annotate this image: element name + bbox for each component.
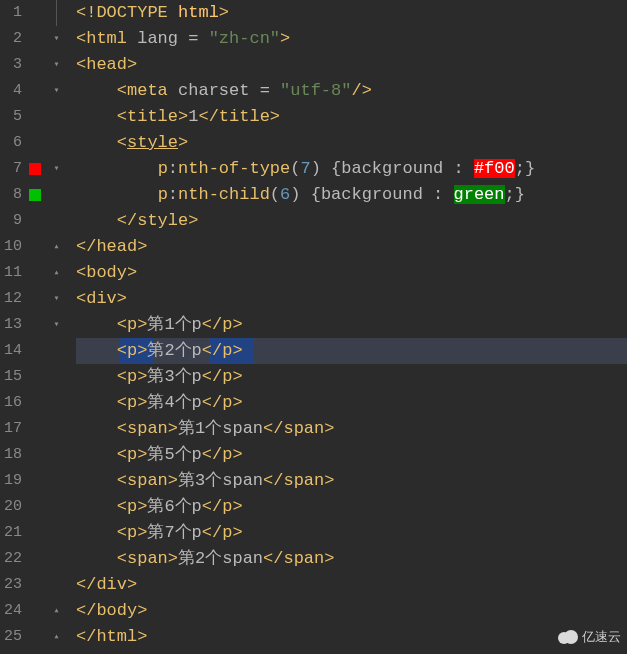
code-line[interactable]: <span>第3个span</span> xyxy=(76,468,627,494)
code-text: p:nth-of-type(7) {background : #f00;} xyxy=(76,159,535,178)
fold-open-icon[interactable]: ▾ xyxy=(51,294,62,305)
gutter-mark-slot xyxy=(26,390,48,416)
token: : xyxy=(168,159,178,178)
code-line[interactable]: </head> xyxy=(76,234,627,260)
code-line[interactable]: <p>第5个p</p> xyxy=(76,442,627,468)
token: </p> xyxy=(202,497,243,516)
code-text: p:nth-child(6) {background : green;} xyxy=(76,185,525,204)
token: < xyxy=(117,133,127,152)
fold-slot xyxy=(48,130,66,156)
fold-slot xyxy=(48,208,66,234)
token: 第2个span xyxy=(178,549,263,568)
line-number: 4 xyxy=(0,78,26,104)
fold-close-icon[interactable]: ▴ xyxy=(51,606,62,617)
code-text: <p>第7个p</p> xyxy=(76,523,243,542)
token: </p> xyxy=(202,393,243,412)
fold-slot xyxy=(48,546,66,572)
token: 第6个p xyxy=(147,497,201,516)
fold-gutter: ▾▾▾▾▴▴▾▾▴▴▴ xyxy=(48,0,66,654)
code-line[interactable]: <p>第7个p</p> xyxy=(76,520,627,546)
fold-open-icon[interactable]: ▾ xyxy=(51,86,62,97)
code-area[interactable]: <!DOCTYPE html><html lang = "zh-cn"><hea… xyxy=(66,0,627,654)
fold-slot: ▴ xyxy=(48,650,66,654)
code-line[interactable]: </html> xyxy=(76,624,627,650)
token: "zh-cn" xyxy=(209,29,280,48)
code-text: <!DOCTYPE html> xyxy=(76,3,229,22)
code-text: <p>第3个p</p> xyxy=(76,367,243,386)
fold-open-icon[interactable]: ▾ xyxy=(51,60,62,71)
code-line[interactable]: <p>第6个p</p> xyxy=(76,494,627,520)
token: ( xyxy=(290,159,300,178)
fold-open-icon[interactable]: ▾ xyxy=(51,34,62,45)
token: 第1个p xyxy=(147,315,201,334)
token: </p> xyxy=(202,315,243,334)
code-line[interactable]: <p>第2个p</p> xyxy=(76,338,627,364)
fold-close-icon[interactable]: ▴ xyxy=(51,632,62,643)
line-number: 5 xyxy=(0,104,26,130)
token: </p> xyxy=(202,367,243,386)
token: ) xyxy=(311,159,331,178)
gutter-mark-slot xyxy=(26,130,48,156)
gutter-mark-slot xyxy=(26,156,48,182)
gutter-mark-slot xyxy=(26,572,48,598)
code-text: <p>第5个p</p> xyxy=(76,445,243,464)
code-line[interactable]: </div> xyxy=(76,572,627,598)
token: : xyxy=(168,185,178,204)
token: } xyxy=(515,185,525,204)
token: p xyxy=(158,185,168,204)
gutter-mark-slot xyxy=(26,338,48,364)
token: 第4个p xyxy=(147,393,201,412)
fold-slot xyxy=(48,364,66,390)
code-text: </html> xyxy=(76,627,147,646)
code-line[interactable]: <title>1</title> xyxy=(76,104,627,130)
code-line[interactable]: <style> xyxy=(76,130,627,156)
code-line[interactable]: <html lang = "zh-cn"> xyxy=(76,26,627,52)
token: style xyxy=(127,133,178,152)
code-text: <body> xyxy=(76,263,137,282)
code-line[interactable]: <span>第1个span</span> xyxy=(76,416,627,442)
code-line[interactable]: <body> xyxy=(76,260,627,286)
token: background xyxy=(341,159,453,178)
fold-slot xyxy=(48,416,66,442)
line-number-gutter: 1234567891011121314151617181920212223242… xyxy=(0,0,26,654)
token: > xyxy=(178,133,188,152)
code-line[interactable]: <p>第3个p</p> xyxy=(76,364,627,390)
fold-slot xyxy=(48,494,66,520)
code-line[interactable]: p:nth-of-type(7) {background : #f00;} xyxy=(76,156,627,182)
code-line[interactable]: <head> xyxy=(76,52,627,78)
gutter-mark-slot xyxy=(26,26,48,52)
fold-slot xyxy=(48,338,66,364)
code-line[interactable]: <meta charset = "utf-8"/> xyxy=(76,78,627,104)
line-number: 25 xyxy=(0,624,26,650)
fold-close-icon[interactable]: ▴ xyxy=(51,242,62,253)
token: html xyxy=(178,3,219,22)
gutter-mark-slot xyxy=(26,624,48,650)
fold-slot: ▾ xyxy=(48,52,66,78)
code-text: <span>第1个span</span> xyxy=(76,419,334,438)
line-number: 13 xyxy=(0,312,26,338)
code-text: <p>第4个p</p> xyxy=(76,393,243,412)
code-line[interactable]: <!DOCTYPE html> xyxy=(76,0,627,26)
fold-open-icon[interactable]: ▾ xyxy=(51,320,62,331)
line-number: 10 xyxy=(0,234,26,260)
fold-close-icon[interactable]: ▴ xyxy=(51,268,62,279)
code-text: <p>第1个p</p> xyxy=(76,315,243,334)
gutter-mark-slot xyxy=(26,416,48,442)
token: 6 xyxy=(280,185,290,204)
code-text: </div> xyxy=(76,575,137,594)
gutter-mark-slot xyxy=(26,182,48,208)
code-line[interactable]: <p>第1个p</p> xyxy=(76,312,627,338)
fold-open-icon[interactable]: ▾ xyxy=(51,164,62,175)
code-line[interactable]: <span>第2个span</span> xyxy=(76,546,627,572)
code-line[interactable]: p:nth-child(6) {background : green;} xyxy=(76,182,627,208)
code-line[interactable]: <div> xyxy=(76,286,627,312)
code-line[interactable]: </body> xyxy=(76,598,627,624)
token: <span> xyxy=(117,471,178,490)
token: <p> xyxy=(117,523,148,542)
code-line[interactable]: <p>第4个p</p> xyxy=(76,390,627,416)
color-swatch-red xyxy=(29,163,41,175)
token: nth-child xyxy=(178,185,270,204)
token: </html> xyxy=(76,627,147,646)
code-line[interactable]: </style> xyxy=(76,208,627,234)
gutter-mark-slot xyxy=(26,52,48,78)
